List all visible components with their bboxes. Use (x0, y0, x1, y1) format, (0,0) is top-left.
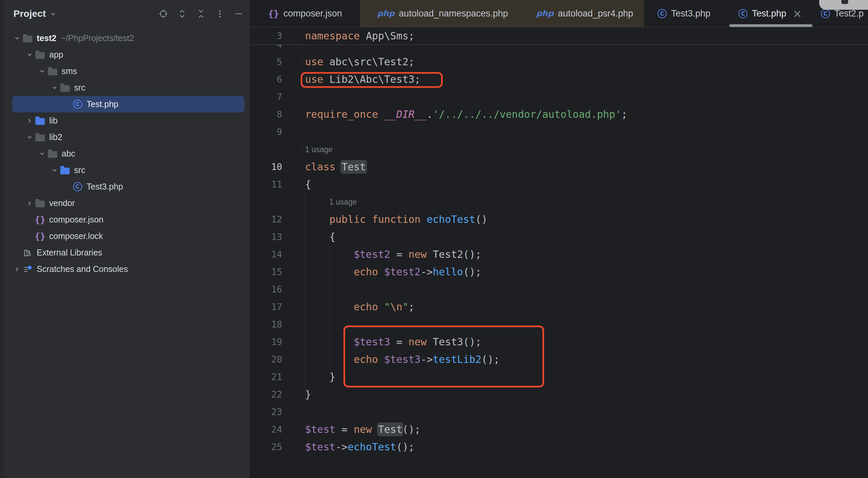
chevron-expanded-icon[interactable] (37, 149, 47, 159)
line-number[interactable]: 6 (250, 71, 302, 88)
line-number[interactable]: 11 (250, 176, 302, 193)
chevron-expanded-icon[interactable] (25, 50, 35, 60)
line-number[interactable]: 8 (250, 106, 302, 123)
sidebar-item-src[interactable]: src (12, 79, 244, 96)
line-number[interactable]: 3 (250, 27, 302, 45)
line-number[interactable]: 15 (250, 263, 302, 281)
line-number[interactable]: 5 (250, 53, 302, 71)
code-line-21[interactable]: 21 } (250, 368, 868, 386)
project-title[interactable]: Project (13, 8, 46, 19)
code-line-7[interactable]: 7 (250, 88, 868, 106)
more-options-icon[interactable] (215, 9, 225, 19)
code-line-10[interactable]: 10 class Test (250, 158, 868, 176)
code-line-13[interactable]: 13 { (250, 228, 868, 246)
project-panel-header: Project (3, 0, 250, 28)
line-number[interactable]: 7 (250, 88, 302, 106)
sidebar-item-composer-json[interactable]: {} composer.json (12, 212, 244, 228)
line-number[interactable]: 12 (250, 211, 302, 228)
source-folder-icon (35, 116, 45, 126)
chevron-expanded-icon[interactable] (50, 83, 60, 93)
line-number[interactable]: 16 (250, 281, 302, 298)
code-line-16[interactable]: 16 (250, 281, 868, 298)
line-number[interactable]: 25 (250, 438, 302, 456)
line-number[interactable]: 17 (250, 298, 302, 316)
sidebar-item-scratches[interactable]: Scratches and Consoles (12, 261, 244, 277)
sidebar-item-src2[interactable]: src (12, 162, 244, 179)
chevron-collapsed-icon[interactable] (12, 264, 22, 274)
chevron-down-icon[interactable] (49, 10, 57, 18)
chevron-expanded-icon[interactable] (25, 132, 35, 142)
line-number[interactable]: 22 (250, 386, 302, 403)
chevron-expanded-icon[interactable] (50, 165, 60, 176)
line-number[interactable]: 18 (250, 316, 302, 333)
code-line-8[interactable]: 8 require_once __DIR__.'/../../../vendor… (250, 106, 868, 123)
line-number[interactable]: 13 (250, 228, 302, 246)
tree-label: Scratches and Consoles (37, 264, 128, 274)
chevron-collapsed-icon[interactable] (25, 198, 35, 209)
code-line-5[interactable]: 5 use abc\src\Test2; (250, 53, 868, 71)
class-icon: C (657, 9, 666, 18)
code-line-19[interactable]: 19 $test3 = new Test3(); (250, 333, 868, 351)
line-number[interactable]: 21 (250, 368, 302, 386)
class-icon: C (72, 182, 83, 192)
code-line-25[interactable]: 25 $test->echoTest(); (250, 438, 868, 456)
sticky-code-line-3[interactable]: 3 namespace App\Sms; (250, 27, 868, 45)
chevron-placeholder (12, 248, 22, 258)
usages-inlay-hint[interactable]: 1 usage (305, 141, 333, 158)
locate-file-icon[interactable] (158, 9, 168, 19)
sidebar-item-composer-lock[interactable]: {} composer.lock (12, 228, 244, 244)
tab-autoload-psr4[interactable]: php autoload_psr4.php (525, 0, 644, 27)
tab-label: autoload_psr4.php (558, 8, 633, 19)
code-line-12[interactable]: 12 public function echoTest() (250, 211, 868, 228)
code-line-23[interactable]: 23 (250, 403, 868, 421)
sidebar-item-lib2[interactable]: lib2 (12, 129, 244, 146)
collapse-all-icon[interactable] (196, 9, 206, 19)
tab-test3-php[interactable]: C Test3.php (644, 0, 724, 27)
window-overlay-pill (819, 0, 868, 10)
sidebar-item-external-libraries[interactable]: External Libraries (12, 244, 244, 261)
line-number[interactable]: 14 (250, 246, 302, 263)
tree-label: app (49, 50, 63, 60)
braces-icon: {} (35, 215, 45, 225)
braces-icon: {} (268, 9, 279, 18)
line-number[interactable]: 19 (250, 333, 302, 351)
chevron-expanded-icon[interactable] (12, 33, 22, 43)
tab-label: Test2.p (834, 8, 864, 19)
usages-inlay-hint[interactable]: 1 usage (329, 193, 357, 211)
code-line-14[interactable]: 14 $test2 = new Test2(); (250, 246, 868, 263)
code-line-11[interactable]: 11 { (250, 176, 868, 193)
braces-icon: {} (35, 231, 45, 242)
sidebar-item-test3-php[interactable]: C Test3.php (12, 179, 244, 195)
tab-test-php[interactable]: C Test.php × (724, 0, 816, 27)
line-number[interactable]: 23 (250, 403, 302, 421)
sidebar-item-lib[interactable]: lib (12, 113, 244, 129)
sidebar-item-app[interactable]: app (12, 46, 244, 63)
line-number[interactable]: 9 (250, 123, 302, 141)
sidebar-item-abc[interactable]: abc (12, 146, 244, 162)
sidebar-item-test2[interactable]: test2 ~/PhpProjects/test2 (12, 30, 244, 46)
code-line-15[interactable]: 15 echo $test2->hello(); (250, 263, 868, 281)
sidebar-item-test-php[interactable]: C Test.php (12, 96, 244, 113)
tab-autoload-namespaces[interactable]: php autoload_namespaces.php (360, 0, 525, 27)
code-line-24[interactable]: 24 $test = new Test(); (250, 421, 868, 438)
code-line-9[interactable]: 9 (250, 123, 868, 141)
tree-label: abc (62, 149, 75, 159)
sidebar-item-sms[interactable]: sms (12, 63, 244, 79)
hide-panel-icon[interactable] (234, 9, 244, 19)
line-number[interactable]: 10 (250, 158, 302, 176)
close-icon[interactable]: × (793, 8, 802, 19)
chevron-collapsed-icon[interactable] (25, 116, 35, 126)
code-line-18[interactable]: 18 (250, 316, 868, 333)
ide-window: Project test2 ~/PhpProjects/test2 (0, 0, 868, 478)
tab-composer-json[interactable]: {} composer.json (250, 0, 360, 27)
code-line-17[interactable]: 17 echo "\n"; (250, 298, 868, 316)
code-line-20[interactable]: 20 echo $test3->testLib2(); (250, 351, 868, 368)
code-editor[interactable]: 4 5 use abc\src\Test2; 6 use Lib2\Abc\Te… (250, 27, 868, 478)
code-line-22[interactable]: 22 } (250, 386, 868, 403)
line-number[interactable]: 24 (250, 421, 302, 438)
line-number[interactable]: 20 (250, 351, 302, 368)
expand-all-icon[interactable] (177, 9, 187, 19)
chevron-expanded-icon[interactable] (37, 66, 47, 76)
sidebar-item-vendor[interactable]: vendor (12, 195, 244, 212)
tree-label: src (74, 165, 85, 175)
